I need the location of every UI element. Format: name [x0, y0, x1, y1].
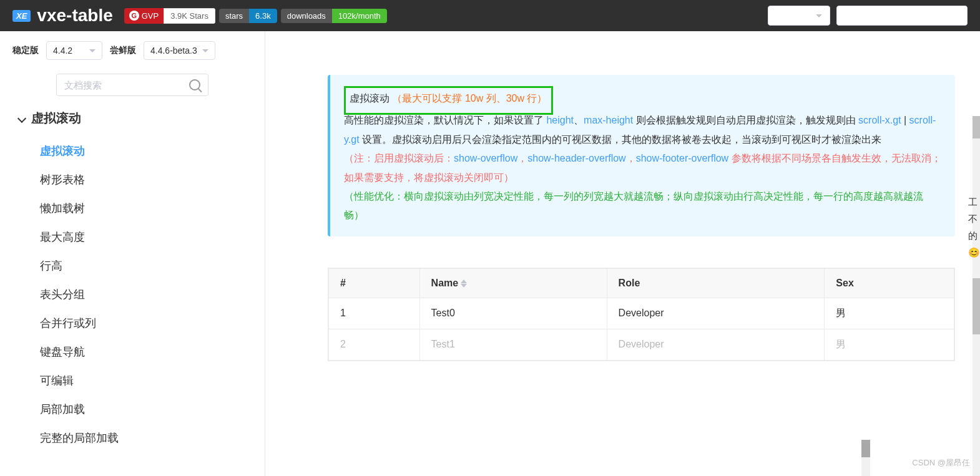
main-content: 虚拟滚动 （最大可以支撑 10w 列、30w 行） 高性能的虚拟渲染，默认情况下… — [265, 31, 980, 476]
nav-item[interactable]: 局部加载 — [40, 395, 246, 424]
chevron-down-icon — [202, 49, 208, 52]
version-select[interactable]: v4+ (vue 3.2+ 最新稳定版) — [836, 6, 968, 26]
nav-item[interactable]: 可编辑 — [40, 366, 246, 395]
highlight-box: 虚拟滚动 （最大可以支撑 10w 列、30w 行） — [344, 86, 553, 115]
table-cell: 男 — [825, 329, 954, 360]
nav-section-header[interactable]: 虚拟滚动 — [19, 110, 246, 127]
nav-item[interactable]: 懒加载树 — [40, 194, 246, 223]
table-header[interactable]: Name — [419, 268, 607, 298]
beta-version-select[interactable]: 4.4.6-beta.3 — [144, 41, 215, 60]
table-cell: 1 — [329, 298, 420, 329]
stable-label: 稳定版 — [12, 45, 39, 56]
gvp-badge[interactable]: GGVP 3.9K Stars — [124, 8, 215, 24]
logo-text[interactable]: vxe-table — [37, 6, 112, 26]
nav-item[interactable]: 键盘导航 — [40, 338, 246, 366]
nav-item[interactable]: 行高 — [40, 251, 246, 280]
table-cell: Developer — [607, 298, 825, 329]
table-row[interactable]: 1Test0Developer男 — [329, 298, 954, 329]
table-cell: Test1 — [419, 329, 607, 360]
search-icon[interactable] — [189, 79, 200, 90]
nav-item[interactable]: 树形表格 — [40, 165, 246, 194]
sort-icon[interactable] — [461, 279, 467, 288]
nav-item[interactable]: 完整的局部加载 — [40, 424, 246, 452]
search-input[interactable] — [64, 80, 189, 90]
nav-item[interactable]: 虚拟滚动 — [40, 137, 246, 165]
scrollbar-thumb[interactable] — [861, 440, 870, 457]
beta-label: 尝鲜版 — [110, 45, 136, 56]
table-scrollbar[interactable] — [861, 440, 870, 476]
table-cell: 男 — [825, 298, 954, 329]
chevron-down-icon — [89, 49, 96, 52]
clipped-text: 工不的😊 — [968, 193, 980, 261]
nav-item[interactable]: 最大高度 — [40, 223, 246, 251]
top-header: XE vxe-table GGVP 3.9K Stars stars 6.3k … — [0, 0, 980, 31]
table-cell: Test0 — [419, 298, 607, 329]
table-cell: Developer — [607, 329, 825, 360]
info-panel: 虚拟滚动 （最大可以支撑 10w 列、30w 行） 高性能的虚拟渲染，默认情况下… — [328, 75, 955, 236]
watermark: CSDN @屋昂任 — [912, 457, 970, 469]
chevron-down-icon — [816, 14, 822, 17]
table-header[interactable]: # — [329, 268, 420, 298]
search-box[interactable] — [56, 74, 208, 96]
language-select[interactable]: 中文 — [768, 6, 830, 26]
chevron-down-icon — [17, 114, 26, 122]
stable-version-select[interactable]: 4.4.2 — [46, 41, 102, 60]
nav-item[interactable]: 合并行或列 — [40, 309, 246, 338]
table-row[interactable]: 2Test1Developer男 — [329, 329, 954, 360]
table-cell: 2 — [329, 329, 420, 360]
downloads-badge[interactable]: downloads 102k/month — [281, 9, 387, 23]
nav-item[interactable]: 表头分组 — [40, 280, 246, 309]
sidebar: 稳定版 4.4.2 尝鲜版 4.4.6-beta.3 虚拟滚动 虚拟滚动树形表格… — [0, 31, 265, 476]
data-table: #NameRoleSex 1Test0Developer男2Test1Devel… — [328, 268, 955, 361]
logo-badge: XE — [12, 10, 31, 22]
table-header[interactable]: Sex — [825, 268, 954, 298]
stars-badge[interactable]: stars 6.3k — [219, 9, 277, 23]
table-header[interactable]: Role — [607, 268, 825, 298]
